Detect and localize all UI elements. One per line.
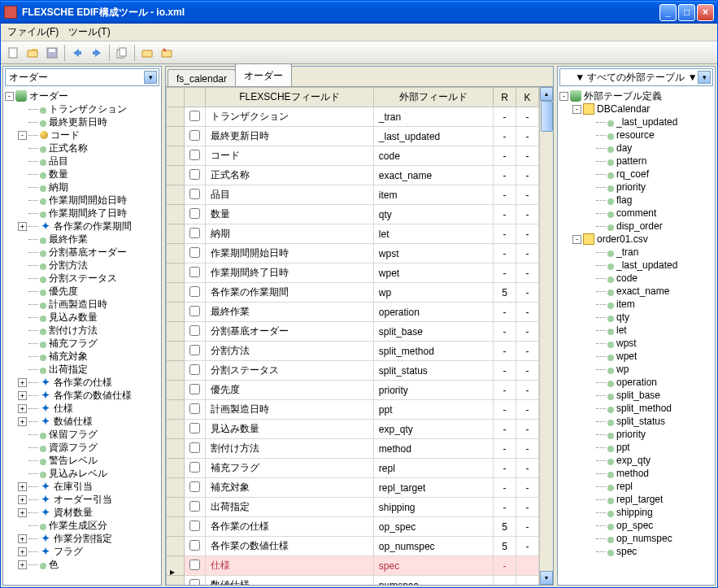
grid-row[interactable]: 各作業の作業期間wp5- [167, 283, 539, 303]
tree-field[interactable]: _last_updated [559, 259, 713, 272]
left-dropdown[interactable]: オーダー▾ [5, 68, 159, 86]
tree-item[interactable]: 最終作業 [5, 233, 159, 246]
row-header[interactable] [167, 166, 185, 185]
cell-k[interactable]: - [516, 459, 539, 478]
row-header[interactable] [167, 342, 185, 361]
cell-flex[interactable]: 正式名称 [206, 166, 374, 185]
cell-k[interactable]: - [516, 439, 539, 459]
row-header[interactable] [167, 439, 185, 459]
row-checkbox[interactable] [189, 150, 200, 160]
tree-field[interactable]: rq_coef [559, 168, 713, 181]
tree-field[interactable]: op_spec [559, 519, 713, 532]
tree-item[interactable]: +✦数値仕様 [5, 415, 159, 428]
grid-row[interactable]: 数量qty-- [167, 205, 539, 224]
cell-k[interactable]: - [516, 478, 539, 498]
cell-k[interactable]: - [516, 498, 539, 517]
row-header[interactable] [167, 127, 185, 146]
row-header[interactable] [167, 478, 185, 498]
row-check[interactable] [185, 224, 206, 244]
row-check[interactable] [185, 498, 206, 517]
tree-field[interactable]: split_method [559, 402, 713, 415]
tree-field[interactable]: shipping [559, 506, 713, 519]
cell-flex[interactable]: 出荷指定 [206, 498, 374, 517]
row-checkbox[interactable] [189, 579, 200, 586]
row-checkbox[interactable] [189, 364, 200, 375]
cell-k[interactable]: - [516, 107, 539, 127]
row-check[interactable] [185, 576, 206, 586]
row-check[interactable] [185, 420, 206, 439]
cell-r[interactable]: - [494, 224, 516, 244]
row-check[interactable] [185, 381, 206, 400]
row-header[interactable] [167, 381, 185, 400]
tree-item[interactable]: +色 [5, 558, 159, 571]
row-checkbox[interactable] [189, 345, 200, 355]
grid-row[interactable]: 作業期間開始日時wpst-- [167, 244, 539, 264]
grid-row[interactable]: 納期let-- [167, 224, 539, 244]
grid-row[interactable]: 各作業の数値仕様op_numspec5- [167, 537, 539, 556]
cell-flex[interactable]: 補充対象 [206, 478, 374, 498]
grid-row[interactable]: コードcode-- [167, 146, 539, 166]
cell-k[interactable]: - [516, 342, 539, 361]
row-checkbox[interactable] [189, 228, 200, 238]
cell-ext[interactable]: operation [373, 303, 493, 322]
cell-r[interactable]: - [494, 381, 516, 400]
scroll-thumb[interactable] [541, 101, 553, 132]
tree-field[interactable]: _last_updated [559, 115, 713, 128]
row-header[interactable] [167, 224, 185, 244]
row-header[interactable] [167, 322, 185, 342]
row-check[interactable] [185, 205, 206, 224]
cell-flex[interactable]: 分割基底オーダー [206, 322, 374, 342]
cell-ext[interactable]: repl_target [373, 478, 493, 498]
tree-field[interactable]: flag [559, 194, 713, 207]
tree-field[interactable]: repl_target [559, 493, 713, 506]
row-check[interactable] [185, 400, 206, 420]
titlebar[interactable]: FLEXSCHE EDIF構成ツール - io.xml _ □ × [1, 1, 717, 24]
grid-row[interactable]: 仕様spec- [167, 556, 539, 576]
row-check[interactable] [185, 107, 206, 127]
row-checkbox[interactable] [189, 169, 200, 180]
row-checkbox[interactable] [189, 501, 200, 512]
tree-item[interactable]: +✦仕様 [5, 402, 159, 415]
grid-row[interactable]: 出荷指定shipping-- [167, 498, 539, 517]
grid-row[interactable]: 作業期間終了日時wpet-- [167, 264, 539, 283]
tree-field[interactable]: qty [559, 311, 713, 324]
cell-flex[interactable]: 作業期間開始日時 [206, 244, 374, 264]
tree-field[interactable]: method [559, 467, 713, 480]
tree-table[interactable]: -order01.csv [559, 233, 713, 246]
cell-ext[interactable]: wp [373, 283, 493, 303]
cell-r[interactable]: - [494, 478, 516, 498]
cell-ext[interactable]: split_status [373, 361, 493, 381]
tree-item[interactable]: -コード [5, 128, 159, 142]
row-header[interactable] [167, 498, 185, 517]
cell-ext[interactable]: wpst [373, 244, 493, 264]
cell-r[interactable]: - [494, 127, 516, 146]
grid-row[interactable]: 品目item-- [167, 185, 539, 205]
row-checkbox[interactable] [189, 208, 200, 219]
row-checkbox[interactable] [189, 423, 200, 433]
tree-field[interactable]: operation [559, 376, 713, 389]
cell-flex[interactable]: 数量 [206, 205, 374, 224]
tree-field[interactable]: comment [559, 207, 713, 220]
tree-field[interactable]: ppt [559, 441, 713, 454]
row-checkbox[interactable] [189, 286, 200, 297]
cell-k[interactable]: - [516, 146, 539, 166]
row-checkbox[interactable] [189, 481, 200, 492]
cell-k[interactable]: - [516, 264, 539, 283]
row-check[interactable] [185, 244, 206, 264]
row-header[interactable] [167, 264, 185, 283]
tree-item[interactable]: 分割方法 [5, 259, 159, 272]
cell-k[interactable]: - [516, 283, 539, 303]
cell-k[interactable]: - [516, 517, 539, 537]
cell-ext[interactable]: repl [373, 459, 493, 478]
tree-item[interactable]: 見込み数量 [5, 311, 159, 324]
tree-field[interactable]: wpet [559, 350, 713, 363]
back-button[interactable] [68, 44, 86, 62]
save-button[interactable] [43, 44, 61, 62]
cell-r[interactable]: 5 [494, 283, 516, 303]
tree-item[interactable]: 優先度 [5, 285, 159, 298]
grid-row[interactable]: 補充フラグrepl-- [167, 459, 539, 478]
tree-field[interactable]: wp [559, 363, 713, 376]
row-check[interactable] [185, 342, 206, 361]
tree-item[interactable]: +✦資材数量 [5, 506, 159, 519]
cell-k[interactable]: - [516, 537, 539, 556]
